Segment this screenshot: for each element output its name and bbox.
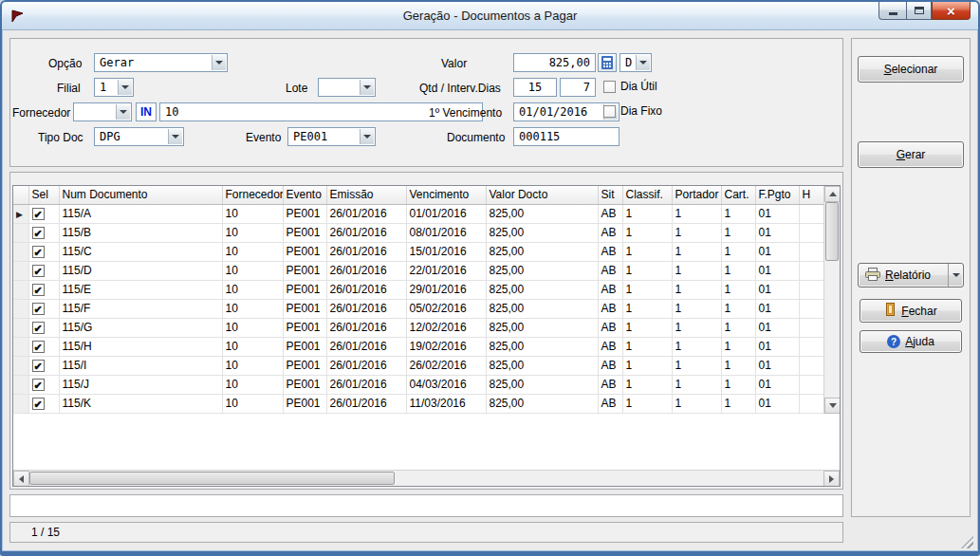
cell-emissao: 26/01/2016 <box>326 318 406 337</box>
cell-fornecedor: 10 <box>222 394 283 413</box>
col-header-portador[interactable]: Portador <box>672 186 721 204</box>
cell-vencimento: 19/02/2016 <box>406 337 486 356</box>
row-select-checkbox[interactable] <box>32 322 45 334</box>
minimize-button[interactable] <box>878 2 906 20</box>
cell-cart: 1 <box>721 261 755 280</box>
cell-valor-docto: 825,00 <box>486 394 598 413</box>
table-row[interactable]: ▶ 115/D 10 PE001 26/01/2016 22/01/2016 8… <box>13 261 837 280</box>
col-header-num-documento[interactable]: Num Documento <box>59 186 222 204</box>
col-header-valor-docto[interactable]: Valor Docto <box>486 186 598 204</box>
row-select-checkbox[interactable] <box>32 360 45 372</box>
relatorio-button[interactable]: Relatório <box>858 263 964 287</box>
horizontal-scrollbar-thumb[interactable] <box>29 472 395 485</box>
primeiro-vencimento-label: 1º Vencimento <box>429 106 502 120</box>
table-row[interactable]: ▶ 115/E 10 PE001 26/01/2016 29/01/2016 8… <box>13 280 837 299</box>
cell-classif: 1 <box>622 204 672 223</box>
row-select-checkbox[interactable] <box>32 208 45 220</box>
col-header-evento[interactable]: Evento <box>283 186 326 204</box>
scroll-left-icon[interactable] <box>13 471 29 487</box>
cell-cart: 1 <box>721 223 755 242</box>
cell-classif: 1 <box>622 223 672 242</box>
col-header-fpgto[interactable]: F.Pgto <box>755 186 799 204</box>
table-row[interactable]: ▶ 115/G 10 PE001 26/01/2016 12/02/2016 8… <box>13 318 837 337</box>
dia-fixo-checkbox[interactable]: Dia Fixo <box>603 104 662 118</box>
chevron-down-icon[interactable] <box>116 104 130 120</box>
chevron-down-icon[interactable] <box>636 55 650 70</box>
scroll-up-icon[interactable] <box>824 186 841 202</box>
cell-fpgto: 01 <box>755 337 799 356</box>
dia-util-checkbox[interactable]: Dia Útil <box>603 80 657 93</box>
cell-sit: AB <box>598 223 622 242</box>
col-header-fornecedor[interactable]: Fornecedor <box>222 186 283 204</box>
table-row[interactable]: ▶ 115/C 10 PE001 26/01/2016 15/01/2016 8… <box>13 242 837 261</box>
scroll-right-icon[interactable] <box>823 471 840 487</box>
fornecedor-combobox[interactable] <box>73 102 132 121</box>
cell-cart: 1 <box>721 204 755 223</box>
row-select-checkbox[interactable] <box>32 284 45 296</box>
cell-valor-docto: 825,00 <box>486 204 598 223</box>
table-row[interactable]: ▶ 115/B 10 PE001 26/01/2016 08/01/2016 8… <box>13 223 837 242</box>
col-header-classif[interactable]: Classif. <box>622 186 672 204</box>
table-row[interactable]: ▶ 115/A 10 PE001 26/01/2016 01/01/2016 8… <box>13 204 837 223</box>
cell-evento: PE001 <box>283 318 326 337</box>
table-row[interactable]: ▶ 115/K 10 PE001 26/01/2016 11/03/2016 8… <box>13 394 837 413</box>
grid-vertical-scrollbar[interactable] <box>823 186 840 414</box>
checkbox-icon[interactable] <box>603 81 616 93</box>
qtd-field[interactable]: 15 <box>513 78 557 97</box>
cell-vencimento: 26/02/2016 <box>406 356 486 375</box>
evento-combobox[interactable]: PE001 <box>287 127 376 146</box>
fechar-button[interactable]: Fechar <box>860 299 962 323</box>
table-row[interactable]: ▶ 115/F 10 PE001 26/01/2016 05/02/2016 8… <box>13 299 837 318</box>
current-row-marker-icon: ▶ <box>16 210 23 219</box>
chevron-down-icon[interactable] <box>212 55 226 70</box>
relatorio-dropdown-arrow[interactable] <box>948 264 963 287</box>
checkbox-icon[interactable] <box>603 105 616 118</box>
row-select-checkbox[interactable] <box>32 265 45 277</box>
row-select-checkbox[interactable] <box>32 379 45 391</box>
cell-portador: 1 <box>672 299 721 318</box>
cell-evento: PE001 <box>283 299 326 318</box>
grid-horizontal-scrollbar[interactable] <box>13 470 840 486</box>
row-select-checkbox[interactable] <box>32 246 45 258</box>
chevron-down-icon[interactable] <box>360 129 374 144</box>
close-button[interactable]: × <box>932 2 971 20</box>
titlebar[interactable]: Geração - Documentos a Pagar × <box>2 2 978 30</box>
actions-panel: Selecionar Gerar Relatório <box>851 38 971 517</box>
valor-field[interactable]: 825,00 <box>513 53 596 72</box>
in-operator-button[interactable]: IN <box>136 102 157 121</box>
cell-emissao: 26/01/2016 <box>326 337 406 356</box>
col-header-cart[interactable]: Cart. <box>721 186 755 204</box>
cell-fornecedor: 10 <box>222 299 283 318</box>
intervalo-dias-field[interactable]: 7 <box>560 78 596 97</box>
maximize-button[interactable] <box>906 2 932 20</box>
row-select-checkbox[interactable] <box>32 227 45 239</box>
moeda-combobox[interactable]: D <box>619 53 652 72</box>
col-header-emissao[interactable]: Emissão <box>326 186 406 204</box>
filial-combobox[interactable]: 1 <box>94 78 134 97</box>
printer-icon <box>865 268 880 284</box>
ajuda-button[interactable]: ? Ajuda <box>860 330 962 353</box>
gerar-button[interactable]: Gerar <box>858 141 964 168</box>
col-header-sit[interactable]: Sit <box>598 186 622 204</box>
row-select-checkbox[interactable] <box>32 303 45 315</box>
chevron-down-icon[interactable] <box>168 129 182 144</box>
lote-combobox[interactable] <box>318 78 376 97</box>
col-header-vencimento[interactable]: Vencimento <box>406 186 486 204</box>
vertical-scrollbar-thumb[interactable] <box>825 202 839 261</box>
row-select-checkbox[interactable] <box>32 398 45 410</box>
cell-num-documento: 115/D <box>59 261 222 280</box>
tipo-doc-combobox[interactable]: DPG <box>94 127 184 146</box>
table-row[interactable]: ▶ 115/I 10 PE001 26/01/2016 26/02/2016 8… <box>13 356 837 375</box>
documento-field[interactable]: 000115 <box>513 127 619 146</box>
col-header-sel[interactable]: Sel <box>28 186 59 204</box>
opcao-combobox[interactable]: Gerar <box>94 53 228 72</box>
selecionar-button[interactable]: Selecionar <box>858 56 964 83</box>
table-row[interactable]: ▶ 115/H 10 PE001 26/01/2016 19/02/2016 8… <box>13 337 837 356</box>
chevron-down-icon[interactable] <box>118 80 132 95</box>
row-select-checkbox[interactable] <box>32 341 45 353</box>
scroll-down-icon[interactable] <box>824 398 841 414</box>
app-window: Geração - Documentos a Pagar × Opção Ger… <box>0 0 980 556</box>
chevron-down-icon[interactable] <box>360 80 374 95</box>
calculator-button[interactable] <box>598 53 617 72</box>
table-row[interactable]: ▶ 115/J 10 PE001 26/01/2016 04/03/2016 8… <box>13 375 837 394</box>
